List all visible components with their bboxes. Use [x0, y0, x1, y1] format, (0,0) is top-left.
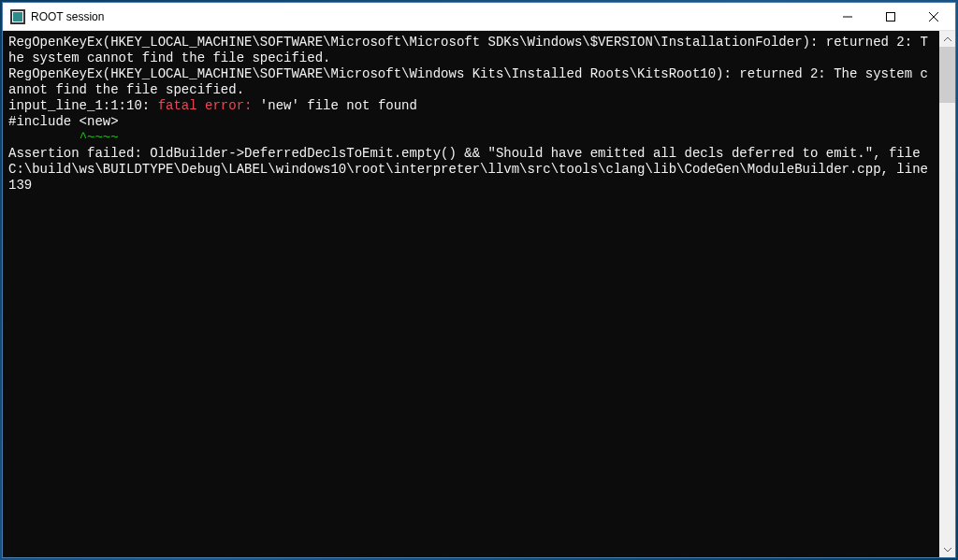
error-label: fatal error: [158, 98, 260, 113]
app-icon [10, 9, 25, 24]
assertion-line: Assertion failed: OldBuilder->DeferredDe… [8, 146, 934, 194]
scroll-up-button[interactable] [939, 31, 955, 47]
close-button[interactable] [912, 3, 955, 30]
chevron-up-icon [944, 36, 951, 43]
close-icon [929, 12, 938, 22]
minimize-button[interactable] [826, 3, 869, 30]
scroll-thumb[interactable] [939, 47, 955, 103]
app-window: ROOT session RegOpenKeyEx(HKEY_LOCAL_MAC… [2, 2, 956, 558]
scroll-down-button[interactable] [939, 541, 955, 557]
maximize-button[interactable] [869, 3, 912, 30]
svg-rect-1 [887, 12, 895, 21]
include-line: #include <new> [8, 114, 934, 130]
caret-line: ^~~~~ [8, 130, 934, 146]
console-output[interactable]: RegOpenKeyEx(HKEY_LOCAL_MACHINE\SOFTWARE… [3, 31, 939, 557]
output-line: RegOpenKeyEx(HKEY_LOCAL_MACHINE\SOFTWARE… [8, 35, 934, 66]
window-title: ROOT session [31, 10, 826, 23]
scroll-track[interactable] [939, 47, 955, 541]
window-controls [826, 3, 955, 30]
error-location: input_line_1:1:10: [8, 98, 158, 113]
error-message: 'new' file not found [260, 98, 417, 113]
error-line: input_line_1:1:10: fatal error: 'new' fi… [8, 98, 934, 114]
maximize-icon [886, 12, 895, 22]
output-line: RegOpenKeyEx(HKEY_LOCAL_MACHINE\SOFTWARE… [8, 66, 934, 98]
vertical-scrollbar[interactable] [939, 31, 955, 557]
titlebar[interactable]: ROOT session [3, 3, 955, 31]
chevron-down-icon [944, 546, 951, 553]
console-area: RegOpenKeyEx(HKEY_LOCAL_MACHINE\SOFTWARE… [3, 31, 955, 557]
minimize-icon [843, 12, 852, 22]
